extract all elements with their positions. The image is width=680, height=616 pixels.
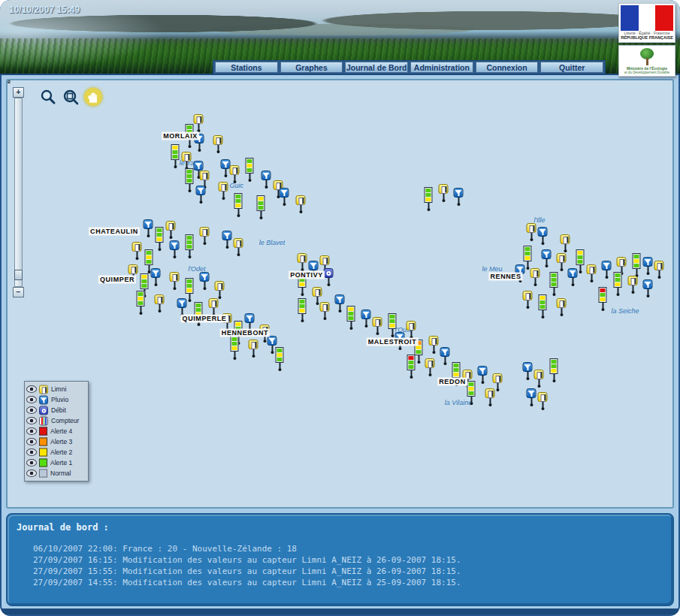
station-marker-limni[interactable] [200, 227, 210, 245]
station-marker-limni[interactable] [170, 272, 180, 290]
layer-visibility-eye-icon[interactable] [26, 438, 37, 445]
station-marker-limni[interactable] [530, 268, 540, 286]
station-marker-feu[interactable] [186, 168, 194, 192]
station-marker-limni[interactable] [406, 321, 416, 339]
station-marker-limni[interactable] [557, 298, 567, 316]
zoom-slider-track[interactable] [14, 98, 23, 287]
layer-visibility-eye-icon[interactable] [26, 470, 37, 477]
station-marker-feu[interactable] [467, 381, 476, 405]
station-marker-limni[interactable] [213, 135, 223, 153]
station-marker-feu[interactable] [407, 355, 416, 379]
station-marker-limni[interactable] [296, 195, 306, 213]
layer-visibility-eye-icon[interactable] [26, 385, 37, 393]
station-marker-limni[interactable] [155, 294, 165, 313]
station-marker-feu[interactable] [539, 294, 547, 319]
station-marker-feu[interactable] [633, 253, 641, 277]
tab-quitter[interactable]: Quitter [540, 62, 603, 73]
station-marker-feu[interactable] [257, 195, 265, 219]
station-marker-pluvio[interactable] [222, 231, 232, 249]
layer-visibility-eye-icon[interactable] [26, 417, 37, 424]
station-marker-limni[interactable] [523, 291, 533, 309]
station-marker-limni[interactable] [534, 370, 544, 388]
station-marker-pluvio[interactable] [335, 294, 345, 313]
zoom-in-button[interactable]: + [13, 87, 24, 98]
station-marker-limni[interactable] [485, 388, 495, 406]
station-marker-pluvio[interactable] [542, 249, 552, 267]
station-marker-feu[interactable] [550, 358, 558, 382]
station-marker-pluvio[interactable] [454, 188, 464, 206]
zoom-tool-icon[interactable] [39, 88, 57, 106]
station-marker-debit[interactable] [324, 268, 334, 286]
station-marker-feu[interactable] [614, 272, 622, 296]
station-marker-limni[interactable] [209, 298, 219, 316]
station-marker-limni[interactable] [561, 234, 570, 252]
station-marker-limni[interactable] [215, 281, 225, 299]
station-marker-limni[interactable] [527, 223, 536, 241]
station-marker-limni[interactable] [654, 261, 664, 279]
station-marker-pluvio[interactable] [361, 310, 371, 328]
station-marker-pluvio[interactable] [177, 298, 187, 316]
layer-visibility-eye-icon[interactable] [26, 406, 37, 414]
station-marker-pluvio[interactable] [280, 188, 289, 206]
station-marker-feu[interactable] [231, 336, 239, 360]
map-panel[interactable]: + − [6, 79, 674, 509]
station-marker-limni[interactable] [132, 242, 142, 260]
station-marker-limni[interactable] [439, 184, 449, 202]
station-marker-limni[interactable] [182, 152, 192, 170]
tab-administration[interactable]: Administration [410, 62, 473, 73]
station-marker-pluvio[interactable] [478, 366, 488, 384]
map-zoom-slider[interactable]: + − [13, 87, 24, 297]
station-marker-pluvio[interactable] [602, 261, 612, 279]
station-marker-limni[interactable] [373, 317, 382, 335]
station-marker-feu[interactable] [137, 291, 145, 315]
station-marker-pluvio[interactable] [144, 219, 153, 237]
station-marker-feu[interactable] [298, 298, 307, 322]
station-marker-limni[interactable] [234, 238, 243, 256]
station-marker-pluvio[interactable] [527, 388, 536, 406]
station-marker-pluvio[interactable] [568, 268, 578, 286]
station-marker-limni[interactable] [298, 253, 307, 271]
station-marker-feu[interactable] [171, 144, 180, 168]
station-marker-limni[interactable] [429, 336, 439, 354]
station-marker-pluvio[interactable] [643, 257, 653, 275]
station-marker-pluvio[interactable] [151, 268, 161, 286]
station-marker-limni[interactable] [166, 221, 176, 239]
station-marker-pluvio[interactable] [643, 279, 653, 297]
station-marker-limni[interactable] [249, 340, 258, 358]
station-marker-pluvio[interactable] [196, 186, 206, 204]
station-marker-feu[interactable] [550, 272, 558, 296]
station-marker-limni[interactable] [538, 392, 548, 410]
station-marker-limni[interactable] [425, 358, 435, 376]
station-marker-feu[interactable] [425, 187, 433, 211]
station-marker-limni[interactable] [628, 276, 638, 294]
station-marker-limni[interactable] [230, 165, 240, 183]
station-marker-feu[interactable] [599, 287, 607, 311]
pan-hand-tool-icon[interactable] [84, 88, 102, 106]
tab-graphes[interactable]: Graphes [280, 62, 343, 73]
station-marker-limni[interactable] [219, 182, 228, 200]
zoom-slider-thumb[interactable] [14, 270, 23, 280]
layer-visibility-eye-icon[interactable] [26, 459, 37, 467]
tab-stations[interactable]: Stations [215, 62, 278, 73]
station-marker-feu[interactable] [246, 158, 254, 182]
station-marker-feu[interactable] [234, 193, 243, 217]
tab-connexion[interactable]: Connexion [476, 62, 539, 73]
station-marker-limni[interactable] [557, 253, 567, 271]
station-marker-limni[interactable] [320, 302, 330, 320]
station-marker-pluvio[interactable] [538, 227, 548, 245]
station-marker-feu[interactable] [156, 227, 164, 251]
layer-visibility-eye-icon[interactable] [26, 427, 37, 435]
station-marker-pluvio[interactable] [261, 171, 271, 189]
station-marker-feu[interactable] [276, 347, 284, 371]
station-marker-pluvio[interactable] [523, 362, 533, 380]
station-marker-pluvio[interactable] [440, 347, 450, 365]
station-marker-feu[interactable] [186, 234, 194, 258]
zoom-box-tool-icon[interactable] [62, 88, 80, 106]
station-marker-pluvio[interactable] [170, 240, 180, 258]
layer-visibility-eye-icon[interactable] [26, 448, 37, 456]
zoom-out-button[interactable]: − [13, 287, 24, 297]
tab-journal-de-bord[interactable]: Journal de Bord [345, 62, 408, 73]
layer-visibility-eye-icon[interactable] [26, 396, 37, 403]
station-marker-limni[interactable] [587, 264, 597, 282]
station-marker-feu[interactable] [347, 306, 355, 330]
